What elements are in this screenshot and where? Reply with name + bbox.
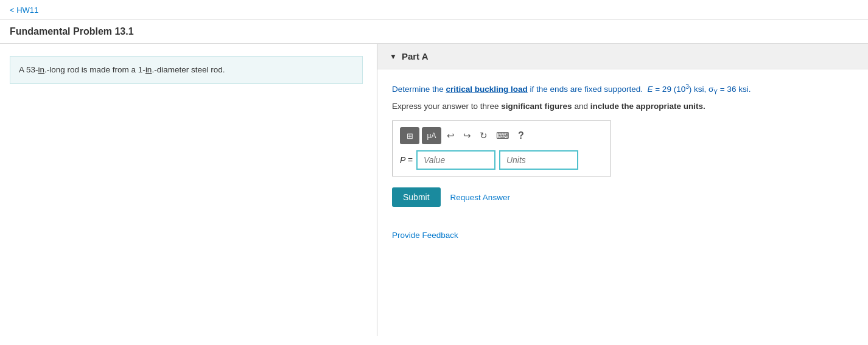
part-header: ▼ Part A [377,44,868,69]
grid-button[interactable]: ⊞ [400,127,419,144]
answer-row: P = [400,150,603,170]
page-title: Fundamental Problem 13.1 [0,20,868,44]
keyboard-button[interactable]: ⌨ [493,127,513,144]
value-input[interactable] [416,150,495,170]
right-panel: ▼ Part A Determine the critical buckling… [377,44,868,336]
p-label: P = [400,155,413,165]
collapse-icon[interactable]: ▼ [390,52,397,61]
express-line: Express your answer to three significant… [392,102,853,111]
submit-button[interactable]: Submit [392,187,441,207]
units-input[interactable] [499,150,578,170]
left-panel: A 53-in.-long rod is made from a 1-in.-d… [0,44,377,336]
action-row: Submit Request Answer [392,187,853,207]
undo-button[interactable]: ↩ [444,127,458,144]
problem-description: Determine the critical buckling load if … [392,82,853,97]
feedback-section: Provide Feedback [392,224,853,240]
toolbar: ⊞ μA ↩ ↪ ↻ ⌨ ? [400,127,603,144]
mu-button[interactable]: μA [422,127,441,144]
back-link[interactable]: < HW11 [10,5,38,15]
request-answer-link[interactable]: Request Answer [450,193,510,202]
redo-button[interactable]: ↪ [460,127,474,144]
help-button[interactable]: ? [515,127,527,144]
problem-text-box: A 53-in.-long rod is made from a 1-in.-d… [10,56,363,84]
part-content: Determine the critical buckling load if … [377,69,868,252]
provide-feedback-link[interactable]: Provide Feedback [392,231,458,240]
part-label: Part A [402,51,429,61]
refresh-button[interactable]: ↻ [477,127,491,144]
math-input-box: ⊞ μA ↩ ↪ ↻ ⌨ ? P = [392,120,611,176]
